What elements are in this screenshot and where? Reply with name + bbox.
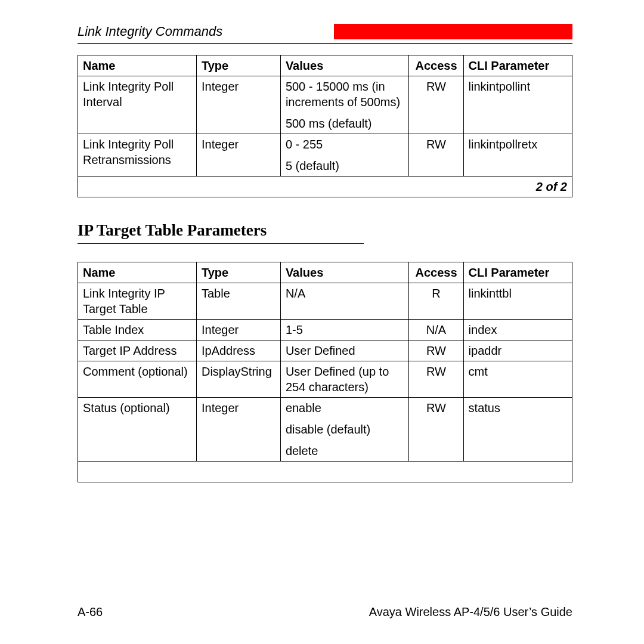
cell-cli: linkintpollretx xyxy=(463,134,572,177)
cell-type: Integer xyxy=(196,398,280,462)
cell-type: IpAddress xyxy=(196,340,280,361)
col-header-cli: CLI Parameter xyxy=(463,55,572,76)
value-line: 500 - 15000 ms (in increments of 500ms) xyxy=(286,79,404,110)
cell-values: enable disable (default) delete xyxy=(280,398,409,462)
table-row: Link Integrity Poll Retransmissions Inte… xyxy=(78,134,572,177)
table-row: Target IP Address IpAddress User Defined… xyxy=(78,340,572,361)
cell-access: RW xyxy=(409,361,463,398)
cell-cli: index xyxy=(463,320,572,340)
col-header-type: Type xyxy=(196,55,280,76)
cell-cli: status xyxy=(463,398,572,462)
cell-cli: linkintpollint xyxy=(463,76,572,134)
col-header-name: Name xyxy=(78,55,197,76)
cell-name: Comment (optional) xyxy=(78,361,197,398)
table-row: Link Integrity Poll Interval Integer 500… xyxy=(78,76,572,134)
cell-access: RW xyxy=(409,398,463,462)
table-header-row: Name Type Values Access CLI Parameter xyxy=(78,55,572,76)
cell-name: Target IP Address xyxy=(78,340,197,361)
cell-type: DisplayString xyxy=(196,361,280,398)
cell-cli: linkinttbl xyxy=(463,283,572,320)
section-title: Link Integrity Commands xyxy=(78,24,222,39)
cell-access: RW xyxy=(409,134,463,177)
heading-underline xyxy=(78,243,364,244)
cell-name: Table Index xyxy=(78,320,197,340)
value-line: 500 ms (default) xyxy=(286,116,404,131)
value-line: 0 - 255 xyxy=(286,137,404,152)
ip-target-table: Name Type Values Access CLI Parameter Li… xyxy=(78,262,572,482)
value-line: 5 (default) xyxy=(286,158,404,174)
page-number: A-66 xyxy=(78,605,103,619)
page-title: IP Target Table Parameters xyxy=(78,221,572,240)
cell-name: Link Integrity IP Target Table xyxy=(78,283,197,320)
table-pager-row: 2 of 2 xyxy=(78,177,572,197)
cell-type: Integer xyxy=(196,76,280,134)
table-header-row: Name Type Values Access CLI Parameter xyxy=(78,262,572,283)
table-row: Status (optional) Integer enable disable… xyxy=(78,398,572,462)
cell-name: Link Integrity Poll Retransmissions xyxy=(78,134,197,177)
table-pager: 2 of 2 xyxy=(78,177,572,197)
cell-type: Table xyxy=(196,283,280,320)
cell-access: N/A xyxy=(409,320,463,340)
page-footer: A-66 Avaya Wireless AP-4/5/6 User’s Guid… xyxy=(78,605,572,619)
cell-access: RW xyxy=(409,340,463,361)
empty-cell xyxy=(78,462,572,482)
cell-values: User Defined xyxy=(280,340,409,361)
cell-type: Integer xyxy=(196,320,280,340)
col-header-access: Access xyxy=(409,55,463,76)
cell-name: Status (optional) xyxy=(78,398,197,462)
value-line: delete xyxy=(286,443,404,459)
cell-values: 1-5 xyxy=(280,320,409,340)
table-empty-row xyxy=(78,462,572,482)
cell-cli: cmt xyxy=(463,361,572,398)
table-row: Table Index Integer 1-5 N/A index xyxy=(78,320,572,340)
cell-access: R xyxy=(409,283,463,320)
col-header-access: Access xyxy=(409,262,463,283)
red-accent-bar xyxy=(334,24,572,39)
value-line: disable (default) xyxy=(286,422,404,437)
header-divider xyxy=(78,43,572,44)
cell-values: 0 - 255 5 (default) xyxy=(280,134,409,177)
table-row: Comment (optional) DisplayString User De… xyxy=(78,361,572,398)
cell-values: N/A xyxy=(280,283,409,320)
cell-values: User Defined (up to 254 characters) xyxy=(280,361,409,398)
cell-cli: ipaddr xyxy=(463,340,572,361)
doc-title: Avaya Wireless AP-4/5/6 User’s Guide xyxy=(369,605,572,619)
col-header-cli: CLI Parameter xyxy=(463,262,572,283)
page-header: Link Integrity Commands xyxy=(78,24,572,39)
cell-access: RW xyxy=(409,76,463,134)
cell-name: Link Integrity Poll Interval xyxy=(78,76,197,134)
col-header-values: Values xyxy=(280,55,409,76)
col-header-values: Values xyxy=(280,262,409,283)
cell-values: 500 - 15000 ms (in increments of 500ms) … xyxy=(280,76,409,134)
link-integrity-table: Name Type Values Access CLI Parameter Li… xyxy=(78,55,572,197)
table-row: Link Integrity IP Target Table Table N/A… xyxy=(78,283,572,320)
value-line: enable xyxy=(286,400,404,416)
col-header-name: Name xyxy=(78,262,197,283)
cell-type: Integer xyxy=(196,134,280,177)
col-header-type: Type xyxy=(196,262,280,283)
